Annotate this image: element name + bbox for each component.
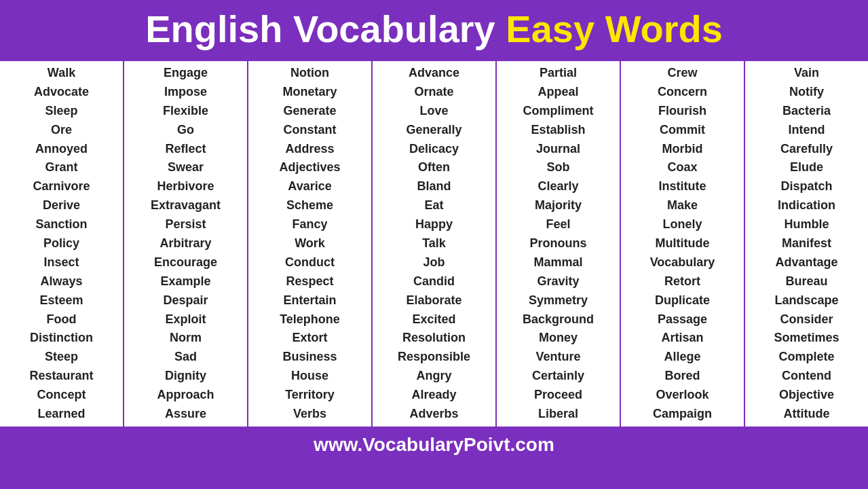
word-item: Walk — [1, 64, 121, 83]
word-item: Dignity — [126, 367, 246, 386]
word-item: Compliment — [498, 102, 618, 121]
column-7: VainNotifyBacteriaIntendCarefullyEludeDi… — [745, 61, 868, 427]
word-item: Sad — [126, 348, 246, 367]
word-item: Territory — [250, 386, 370, 405]
word-item: Feel — [498, 215, 618, 234]
word-item: Delicacy — [374, 140, 494, 159]
word-item: Concern — [622, 83, 742, 102]
column-5: PartialAppealComplimentEstablishJournalS… — [497, 61, 621, 427]
word-item: Sometimes — [747, 329, 867, 348]
word-item: Overlook — [622, 386, 742, 405]
word-item: Often — [374, 158, 494, 177]
word-item: Responsible — [374, 348, 494, 367]
word-item: Gravity — [498, 272, 618, 291]
word-item: Institute — [622, 177, 742, 196]
word-item: Consider — [747, 310, 867, 329]
word-item: Journal — [498, 140, 618, 159]
word-item: Despair — [126, 291, 246, 310]
word-item: Flexible — [126, 102, 246, 121]
word-item: Business — [250, 348, 370, 367]
word-item: Monetary — [250, 83, 370, 102]
word-item: Go — [126, 121, 246, 140]
word-item: Insect — [1, 253, 121, 272]
word-item: Fancy — [250, 215, 370, 234]
word-item: Notion — [250, 64, 370, 83]
word-item: Already — [374, 386, 494, 405]
word-item: Pronouns — [498, 234, 618, 253]
word-item: Allege — [622, 348, 742, 367]
word-item: Vocabulary — [622, 253, 742, 272]
word-item: Elude — [747, 158, 867, 177]
word-item: Generally — [374, 121, 494, 140]
column-4: AdvanceOrnateLoveGenerallyDelicacyOftenB… — [373, 61, 497, 427]
word-item: Always — [1, 272, 121, 291]
word-item: Extravagant — [126, 196, 246, 215]
word-item: Advocate — [1, 83, 121, 102]
word-item: Appeal — [498, 83, 618, 102]
word-item: Sob — [498, 158, 618, 177]
word-item: Manifest — [747, 234, 867, 253]
word-item: Engage — [126, 64, 246, 83]
word-item: Constant — [250, 121, 370, 140]
word-item: Herbivore — [126, 177, 246, 196]
word-item: Avarice — [250, 177, 370, 196]
word-item: Reflect — [126, 140, 246, 159]
word-item: Elaborate — [374, 291, 494, 310]
word-item: Intend — [747, 121, 867, 140]
word-item: Sanction — [1, 215, 121, 234]
word-item: Arbitrary — [126, 234, 246, 253]
word-item: Lonely — [622, 215, 742, 234]
word-item: Make — [622, 196, 742, 215]
word-item: Steep — [1, 348, 121, 367]
word-item: Job — [374, 253, 494, 272]
word-item: Respect — [250, 272, 370, 291]
footer: www.VocabularyPoivt.com — [0, 429, 868, 463]
word-item: Complete — [747, 348, 867, 367]
word-item: House — [250, 367, 370, 386]
word-item: Background — [498, 310, 618, 329]
word-item: Address — [250, 140, 370, 159]
word-item: Adjectives — [250, 158, 370, 177]
word-item: Indication — [747, 196, 867, 215]
column-2: EngageImposeFlexibleGoReflectSwearHerbiv… — [124, 61, 248, 427]
word-item: Eat — [374, 196, 494, 215]
word-item: Esteem — [1, 291, 121, 310]
word-item: Liberal — [498, 405, 618, 424]
word-item: Bland — [374, 177, 494, 196]
header-title-yellow: Easy Words — [506, 7, 723, 50]
word-item: Advance — [374, 64, 494, 83]
word-item: Resolution — [374, 329, 494, 348]
columns-container: WalkAdvocateSleepOreAnnoyedGrantCarnivor… — [0, 61, 868, 427]
word-item: Approach — [126, 386, 246, 405]
word-item: Conduct — [250, 253, 370, 272]
word-item: Symmetry — [498, 291, 618, 310]
word-item: Contend — [747, 367, 867, 386]
word-item: Certainly — [498, 367, 618, 386]
word-item: Scheme — [250, 196, 370, 215]
word-item: Establish — [498, 121, 618, 140]
column-6: CrewConcernFlourishCommitMorbidCoaxInsti… — [621, 61, 745, 427]
word-item: Telephone — [250, 310, 370, 329]
word-item: Extort — [250, 329, 370, 348]
word-item: Angry — [374, 367, 494, 386]
word-item: Entertain — [250, 291, 370, 310]
word-item: Norm — [126, 329, 246, 348]
word-item: Notify — [747, 83, 867, 102]
word-item: Derive — [1, 196, 121, 215]
header-title-white: English Vocabulary — [145, 7, 506, 50]
word-item: Humble — [747, 215, 867, 234]
word-item: Clearly — [498, 177, 618, 196]
word-item: Bureau — [747, 272, 867, 291]
word-item: Ore — [1, 121, 121, 140]
word-item: Concept — [1, 386, 121, 405]
word-item: Restaurant — [1, 367, 121, 386]
word-item: Partial — [498, 64, 618, 83]
word-item: Work — [250, 234, 370, 253]
word-item: Coax — [622, 158, 742, 177]
word-item: Persist — [126, 215, 246, 234]
word-item: Landscape — [747, 291, 867, 310]
footer-url: www.VocabularyPoivt.com — [314, 434, 554, 455]
word-item: Happy — [374, 215, 494, 234]
word-item: Advantage — [747, 253, 867, 272]
word-item: Learned — [1, 405, 121, 424]
